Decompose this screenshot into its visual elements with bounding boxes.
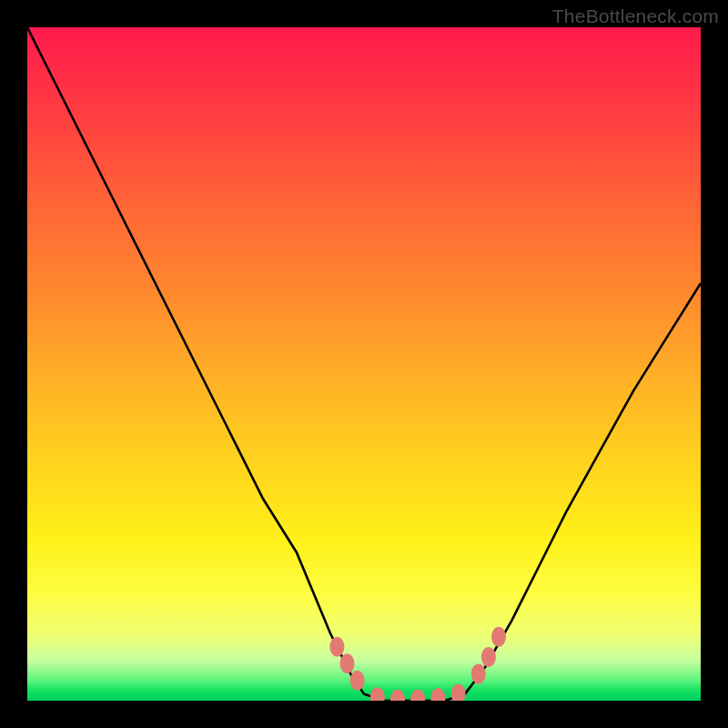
marker-bottom-4	[430, 688, 445, 701]
marker-right-cluster-3	[491, 627, 506, 647]
marker-left-cluster-3	[350, 671, 365, 691]
marker-bottom-5	[451, 684, 466, 701]
marker-right-cluster-2	[481, 647, 496, 667]
plot-area	[27, 27, 701, 701]
marker-left-cluster-1	[329, 637, 344, 657]
bottleneck-curve	[27, 27, 701, 701]
chart-frame: TheBottleneck.com	[0, 0, 728, 728]
marker-right-cluster-1	[471, 663, 486, 683]
curve-markers	[329, 627, 506, 701]
marker-left-cluster-2	[340, 653, 355, 673]
marker-bottom-3	[410, 690, 425, 702]
marker-bottom-2	[390, 690, 405, 702]
marker-bottom-1	[370, 687, 385, 701]
attribution-text: TheBottleneck.com	[552, 5, 719, 27]
curve-layer	[27, 27, 701, 701]
